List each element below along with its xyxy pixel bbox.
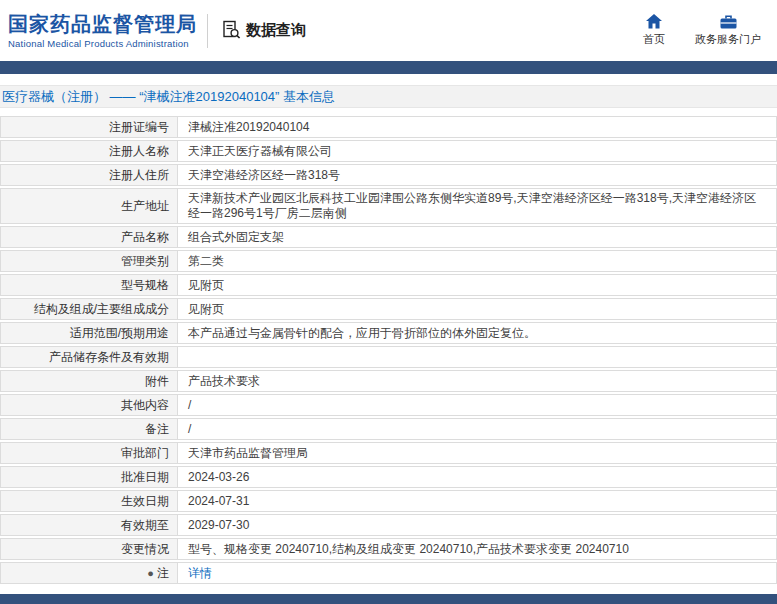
row-label: 生产地址 xyxy=(0,188,178,224)
page-title: 医疗器械（注册） —— “津械注准20192040104” 基本信息 xyxy=(2,88,335,106)
logo-title: 国家药品监督管理局 xyxy=(8,13,197,36)
row-value: 天津新技术产业园区北辰科技工业园津围公路东侧华实道89号,天津空港经济区经一路3… xyxy=(178,188,777,224)
row-label: 审批部门 xyxy=(0,442,178,464)
row-label: 管理类别 xyxy=(0,250,178,272)
row-label: ● 注 xyxy=(0,562,178,584)
row-label: 生效日期 xyxy=(0,490,178,512)
table-row: 结构及组成/主要组成成分 见附页 xyxy=(0,298,777,320)
row-value xyxy=(178,346,777,368)
table-row: 其他内容 / xyxy=(0,394,777,416)
row-label: 备注 xyxy=(0,418,178,440)
row-label: 注册证编号 xyxy=(0,116,178,138)
row-value: / xyxy=(178,394,777,416)
row-value: 型号、规格变更 20240710,结构及组成变更 20240710,产品技术要求… xyxy=(178,538,777,560)
header-divider xyxy=(207,14,208,48)
table-row: 备注 / xyxy=(0,418,777,440)
table-row: 型号规格 见附页 xyxy=(0,274,777,296)
nav-home[interactable]: 首页 xyxy=(643,14,665,47)
table-row: 管理类别 第二类 xyxy=(0,250,777,272)
row-label: 产品名称 xyxy=(0,226,178,248)
row-value: / xyxy=(178,418,777,440)
page-title-bar: 医疗器械（注册） —— “津械注准20192040104” 基本信息 xyxy=(0,85,777,108)
table-row: 注册人名称 天津正天医疗器械有限公司 xyxy=(0,140,777,162)
table-row: 批准日期 2024-03-26 xyxy=(0,466,777,488)
row-label: 产品储存条件及有效期 xyxy=(0,346,178,368)
portal-icon xyxy=(720,14,737,29)
logo-subtitle: National Medical Products Administration xyxy=(8,38,197,49)
row-value: 第二类 xyxy=(178,250,777,272)
table-row: 有效期至 2029-07-30 xyxy=(0,514,777,536)
row-value: 2024-07-31 xyxy=(178,490,777,512)
registration-info-table: 注册证编号 津械注准20192040104 注册人名称 天津正天医疗器械有限公司… xyxy=(0,116,777,584)
data-query-label: 数据查询 xyxy=(246,21,306,40)
table-row: 产品储存条件及有效期 xyxy=(0,346,777,368)
home-icon xyxy=(646,14,662,29)
row-label: 结构及组成/主要组成成分 xyxy=(0,298,178,320)
table-row: 注册人住所 天津空港经济区经一路318号 xyxy=(0,164,777,186)
row-value: 天津空港经济区经一路318号 xyxy=(178,164,777,186)
row-value: 2024-03-26 xyxy=(178,466,777,488)
table-row: 生产地址 天津新技术产业园区北辰科技工业园津围公路东侧华实道89号,天津空港经济… xyxy=(0,188,777,224)
data-query-icon xyxy=(222,20,241,42)
table-row: 审批部门 天津市药品监督管理局 xyxy=(0,442,777,464)
nav-portal-label: 政务服务门户 xyxy=(695,32,761,47)
table-row: 注册证编号 津械注准20192040104 xyxy=(0,116,777,138)
nav-home-label: 首页 xyxy=(643,32,665,47)
row-value: 见附页 xyxy=(178,274,777,296)
table-row: 适用范围/预期用途 本产品通过与金属骨针的配合，应用于骨折部位的体外固定复位。 xyxy=(0,322,777,344)
row-label: 有效期至 xyxy=(0,514,178,536)
note-icon: ● xyxy=(147,568,154,579)
row-label: 其他内容 xyxy=(0,394,178,416)
table-row-note: ● 注 详情 xyxy=(0,562,777,584)
table-row: 附件 产品技术要求 xyxy=(0,370,777,392)
row-label-text: 注 xyxy=(157,566,169,581)
row-label: 型号规格 xyxy=(0,274,178,296)
row-label: 批准日期 xyxy=(0,466,178,488)
row-value: 天津正天医疗器械有限公司 xyxy=(178,140,777,162)
row-value: 本产品通过与金属骨针的配合，应用于骨折部位的体外固定复位。 xyxy=(178,322,777,344)
app-logo: 国家药品监督管理局 National Medical Products Admi… xyxy=(8,13,197,49)
footer-navy-bar xyxy=(0,594,777,604)
row-value: 天津市药品监督管理局 xyxy=(178,442,777,464)
table-row: 生效日期 2024-07-31 xyxy=(0,490,777,512)
table-row: 产品名称 组合式外固定支架 xyxy=(0,226,777,248)
row-value: 组合式外固定支架 xyxy=(178,226,777,248)
detail-link[interactable]: 详情 xyxy=(188,566,212,581)
row-value: 详情 xyxy=(178,562,777,584)
row-value: 见附页 xyxy=(178,298,777,320)
row-value: 津械注准20192040104 xyxy=(178,116,777,138)
row-label: 注册人名称 xyxy=(0,140,178,162)
row-label: 变更情况 xyxy=(0,538,178,560)
row-label: 附件 xyxy=(0,370,178,392)
row-value: 2029-07-30 xyxy=(178,514,777,536)
row-label: 注册人住所 xyxy=(0,164,178,186)
header-navy-bar xyxy=(0,61,777,74)
data-query-section: 数据查询 xyxy=(222,20,306,42)
row-value: 产品技术要求 xyxy=(178,370,777,392)
table-row: 变更情况 型号、规格变更 20240710,结构及组成变更 20240710,产… xyxy=(0,538,777,560)
row-label: 适用范围/预期用途 xyxy=(0,322,178,344)
nav-portal[interactable]: 政务服务门户 xyxy=(695,14,761,47)
site-header: 国家药品监督管理局 National Medical Products Admi… xyxy=(0,0,777,61)
